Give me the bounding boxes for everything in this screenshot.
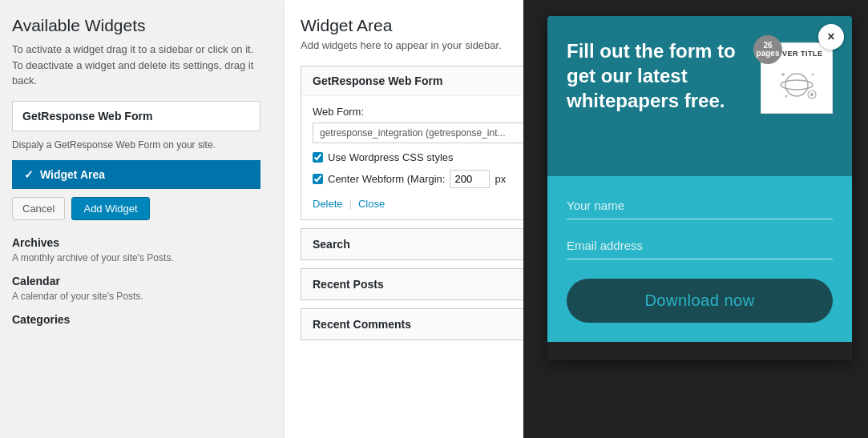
cover-card: 26 pages COVER TITLE	[761, 42, 833, 114]
svg-point-5	[812, 74, 814, 76]
separator: |	[349, 198, 352, 210]
recent-posts-label: Recent Posts	[313, 278, 384, 291]
widget-item-description: Dispaly a GetResponse Web Form on your s…	[12, 139, 260, 151]
delete-link[interactable]: Delete	[313, 198, 343, 210]
email-input-group	[567, 232, 833, 259]
getresponse-widget-item[interactable]: GetResponse Web Form	[12, 101, 260, 131]
close-link[interactable]: Close	[358, 198, 385, 210]
svg-point-3	[810, 93, 813, 96]
archives-heading: Archives	[12, 236, 260, 249]
download-button[interactable]: Download now	[567, 279, 833, 323]
calendar-section: Calendar A calendar of your site's Posts…	[12, 275, 260, 302]
cover-illustration	[769, 62, 825, 106]
available-widgets-title: Available Widgets	[12, 16, 260, 35]
widget-area-selected: ✓ Widget Area	[12, 160, 260, 189]
selected-area-label: Widget Area	[40, 168, 105, 181]
cancel-button[interactable]: Cancel	[12, 197, 65, 220]
categories-heading: Categories	[12, 313, 260, 326]
calendar-description: A calendar of your site's Posts.	[12, 291, 260, 302]
close-button[interactable]: ×	[818, 24, 844, 50]
margin-input[interactable]: 200	[450, 170, 490, 188]
css-styles-checkbox[interactable]	[313, 152, 323, 163]
svg-point-6	[785, 95, 788, 98]
margin-unit: px	[495, 173, 506, 185]
popup-headline: Fill out the form to get our latest whit…	[567, 38, 753, 114]
popup-overlay: × Fill out the form to get our latest wh…	[547, 16, 852, 360]
recent-comments-label: Recent Comments	[313, 318, 411, 331]
popup-bottom-section: Download now	[547, 176, 852, 342]
center-webform-checkbox[interactable]	[313, 174, 323, 184]
check-icon: ✓	[24, 168, 34, 181]
css-styles-label: Use Wordpress CSS styles	[328, 151, 454, 163]
name-input-group	[567, 192, 833, 219]
name-input[interactable]	[567, 192, 833, 219]
widget-buttons: Cancel Add Widget	[12, 197, 260, 220]
categories-section: Categories	[12, 313, 260, 326]
popup-top-section: Fill out the form to get our latest whit…	[547, 16, 852, 176]
cover-badge: 26 pages	[753, 35, 782, 64]
archives-section: Archives A monthly archive of your site'…	[12, 236, 260, 263]
center-webform-label: Center Webform (Margin:	[328, 173, 445, 185]
available-widgets-description: To activate a widget drag it to a sideba…	[12, 42, 260, 89]
svg-point-0	[785, 74, 808, 96]
svg-point-4	[781, 73, 785, 76]
calendar-heading: Calendar	[12, 275, 260, 287]
getresponse-widget-label: GetResponse Web Form	[22, 110, 152, 123]
email-input[interactable]	[567, 232, 833, 259]
available-widgets-panel: Available Widgets To activate a widget d…	[0, 0, 273, 438]
badge-unit: pages	[757, 50, 780, 58]
search-widget-label: Search	[313, 238, 350, 251]
add-widget-button[interactable]: Add Widget	[71, 197, 149, 220]
archives-description: A monthly archive of your site's Posts.	[12, 252, 260, 263]
